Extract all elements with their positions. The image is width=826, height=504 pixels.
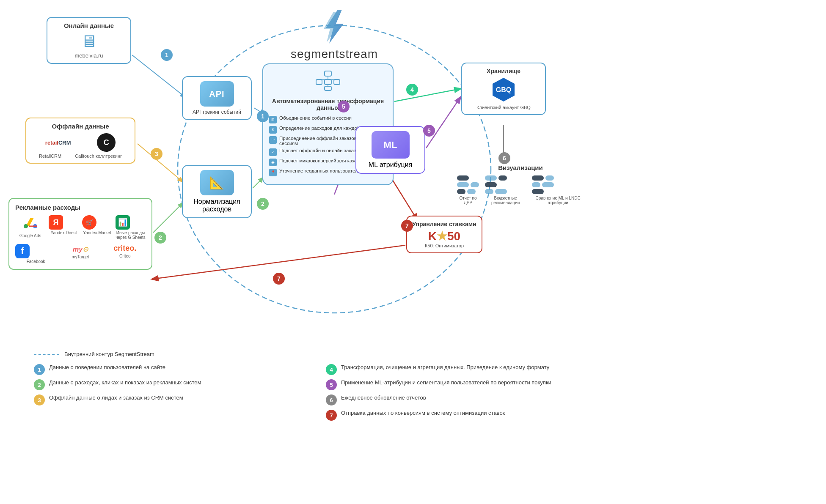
transform-icon bbox=[269, 70, 387, 95]
legend-badge-1: 1 bbox=[34, 364, 45, 375]
ml-box: ML ML атрибуция bbox=[355, 126, 425, 174]
viz-item-budget: Бюджетные рекомендации bbox=[485, 175, 526, 205]
facebook-icon: f bbox=[15, 244, 30, 258]
facebook-item: f Facebook bbox=[15, 244, 56, 264]
legend-item-2: 2 Данные о расходах, кликах и показах из… bbox=[34, 379, 292, 390]
mytarget-item: my⊙ myTarget bbox=[60, 244, 101, 264]
gsheets-item: 📊 Иные расходы через G Sheets bbox=[116, 215, 146, 240]
badge-6: 6 bbox=[498, 152, 510, 164]
badge-7a: 7 bbox=[401, 220, 413, 232]
viz-label-mlcomp: Сравнение ML и LNDC атрибуции bbox=[532, 196, 584, 205]
viz-label-drr: Отчет по ДРР bbox=[457, 196, 479, 205]
retailcrm-logo: retailCRM bbox=[45, 140, 71, 146]
badge-2-norm: 2 bbox=[257, 198, 269, 210]
sheets-icon: 📊 bbox=[116, 215, 130, 230]
viz-item-mlcomp: Сравнение ML и LNDC атрибуции bbox=[532, 175, 584, 205]
badge-5a: 5 bbox=[338, 101, 350, 112]
legend-badge-5: 5 bbox=[326, 379, 337, 390]
calltouch-label: Calltouch коллтрекинг bbox=[75, 153, 122, 159]
yandex-market-icon: 🛒 bbox=[82, 215, 96, 230]
criteo-icon: criteo. bbox=[105, 244, 146, 253]
ss-logo-text: segmentstream bbox=[288, 47, 381, 61]
badge-2-adcosts: 2 bbox=[154, 232, 166, 244]
legend-badge-7: 7 bbox=[326, 410, 337, 421]
svg-rect-18 bbox=[325, 79, 331, 85]
svg-line-5 bbox=[253, 178, 263, 188]
legend-item-5: 5 Применение ML-атрибуции и сегментация … bbox=[326, 379, 584, 390]
legend-section: Внутренний контур SegmentStream 1 Данные… bbox=[34, 351, 584, 421]
ml-icon: ML bbox=[372, 131, 410, 159]
transform-title: Автоматизированная трансформация данных bbox=[269, 98, 387, 111]
svg-line-4 bbox=[153, 203, 183, 233]
api-tracking-box: API API трекинг событий bbox=[182, 76, 252, 120]
gsheets-label: Иные расходы через G Sheets bbox=[116, 230, 146, 240]
ti3-icon: ⋯ bbox=[269, 136, 277, 144]
legend-text-3: Оффлайн данные о лидах и заказах из CRM … bbox=[49, 394, 183, 401]
legend-badge-3: 3 bbox=[34, 394, 45, 405]
legend-text-6: Ежедневное обновление отчетов bbox=[341, 394, 426, 401]
badge-1-online: 1 bbox=[161, 49, 173, 61]
legend-item-6: 6 Ежедневное обновление отчетов bbox=[326, 394, 584, 405]
gbq-icon: GBQ bbox=[491, 77, 516, 102]
legend-item-1: 1 Данные о поведении пользователей на са… bbox=[34, 364, 292, 375]
badge-7b: 7 bbox=[273, 273, 285, 285]
adcosts-box: Рекламные расходы Google Ads Я bbox=[8, 198, 152, 270]
offline-data-title: Оффлайн данные bbox=[32, 123, 129, 130]
calltouch-logo: C bbox=[97, 133, 116, 152]
svg-line-10 bbox=[391, 178, 417, 220]
ml-label: ML атрибуция bbox=[361, 161, 420, 169]
svg-text:GBQ: GBQ bbox=[496, 86, 511, 93]
legend-badge-4: 4 bbox=[326, 364, 337, 375]
bid-label: К50: Оптимизатор bbox=[412, 243, 476, 248]
api-icon: API bbox=[200, 81, 234, 107]
svg-rect-17 bbox=[316, 79, 322, 85]
google-ads-label: Google Ads bbox=[15, 233, 45, 238]
transform-item-1: ⊞ Объединение событий в сессии bbox=[269, 115, 387, 123]
google-ads-icon bbox=[23, 215, 38, 230]
storage-title: Хранилище bbox=[468, 68, 539, 74]
mytarget-label: myTarget bbox=[60, 255, 101, 259]
ss-logo: segmentstream bbox=[288, 8, 381, 61]
dashed-line-sample bbox=[34, 354, 59, 355]
yandex-market-item: 🛒 Yandex.Market bbox=[82, 215, 112, 240]
yandex-direct-item: Я Yandex.Direct bbox=[49, 215, 79, 240]
storage-box: Хранилище GBQ Клиентский аккаунт GBQ bbox=[461, 63, 546, 115]
legend-item-7b: 7 Отправка данных по конверсиям в систем… bbox=[326, 410, 584, 421]
criteo-label: Criteo bbox=[105, 254, 146, 258]
legend-grid: 1 Данные о поведении пользователей на са… bbox=[34, 364, 584, 421]
legend-dashed: Внутренний контур SegmentStream bbox=[34, 351, 584, 357]
yandex-direct-icon: Я bbox=[49, 215, 63, 230]
api-label: API трекинг событий bbox=[187, 109, 247, 115]
viz-box: Визуализации Отчет по ДРР Бюджетные реко… bbox=[457, 164, 584, 205]
diagram-container: segmentstream Онлайн данные 🖥 mebelvia.r… bbox=[0, 0, 826, 504]
norm-box: 📐 Нормализация расходов bbox=[182, 165, 252, 218]
bid-management-box: Управление ставками K★50 К50: Оптимизато… bbox=[406, 216, 482, 253]
facebook-label: Facebook bbox=[15, 259, 56, 264]
bid-title: Управление ставками bbox=[412, 221, 476, 227]
legend-text-5: Применение ML-атрибуции и сегментация по… bbox=[341, 379, 551, 386]
norm-label: Нормализация расходов bbox=[187, 198, 247, 213]
online-data-title: Онлайн данные bbox=[53, 22, 124, 29]
yandex-direct-label: Yandex.Direct bbox=[49, 230, 79, 235]
ti2-icon: $ bbox=[269, 126, 277, 134]
badge-1-api: 1 bbox=[257, 110, 269, 122]
online-data-box: Онлайн данные 🖥 mebelvia.ru bbox=[47, 17, 131, 64]
svg-rect-19 bbox=[334, 79, 340, 85]
transform-flow-icon bbox=[315, 70, 341, 91]
storage-label: Клиентский аккаунт GBQ bbox=[468, 105, 539, 110]
monitor-icon: 🖥 bbox=[53, 32, 124, 51]
ti5-icon: ◉ bbox=[269, 159, 277, 166]
mytarget-icon: my⊙ bbox=[73, 246, 88, 253]
viz-label-budget: Бюджетные рекомендации bbox=[485, 196, 526, 205]
svg-line-8 bbox=[426, 97, 460, 148]
svg-rect-16 bbox=[325, 71, 331, 76]
svg-line-6 bbox=[394, 89, 460, 101]
legend-text-4: Трансформация, очищение и агрегация данн… bbox=[341, 364, 549, 370]
ti4-icon: ✓ bbox=[269, 148, 277, 156]
offline-data-box: Оффлайн данные retailCRM C RetailCRM Cal… bbox=[25, 118, 135, 164]
legend-text-1: Данные о поведении пользователей на сайт… bbox=[49, 364, 165, 370]
legend-item-3: 3 Оффлайн данные о лидах и заказах из CR… bbox=[34, 394, 292, 405]
k50-logo: K★50 bbox=[412, 229, 476, 243]
legend-text-7: Отправка данных по конверсиям в систему … bbox=[341, 410, 505, 416]
viz-items: Отчет по ДРР Бюджетные рекомендации Срав… bbox=[457, 175, 584, 205]
